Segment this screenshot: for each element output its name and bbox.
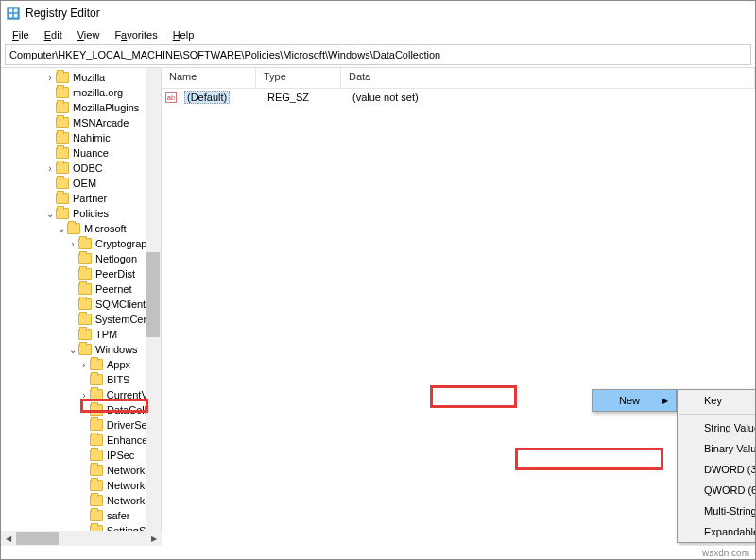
folder-icon (56, 87, 69, 98)
tree-item-mozillaplugins[interactable]: MozillaPlugins (1, 100, 161, 115)
tree-item-label: Partner (73, 193, 107, 204)
scroll-track[interactable] (16, 532, 146, 545)
column-type[interactable]: Type (256, 68, 341, 88)
expand-icon[interactable]: › (78, 360, 90, 370)
tree-item-nahimic[interactable]: Nahimic (1, 130, 161, 145)
context-menu: New ▶ (592, 389, 677, 412)
folder-icon (78, 238, 92, 249)
menu-file[interactable]: File (5, 27, 37, 42)
address-bar[interactable]: Computer\HKEY_LOCAL_MACHINE\SOFTWARE\Pol… (5, 44, 751, 65)
address-path: Computer\HKEY_LOCAL_MACHINE\SOFTWARE\Pol… (9, 49, 440, 60)
tree-item-currentvers[interactable]: ›CurrentVers (1, 387, 161, 402)
tree-item-policies[interactable]: ⌄Policies (1, 206, 161, 221)
value-name: (Default) (184, 91, 230, 104)
tree-item-peernet[interactable]: Peernet (1, 281, 161, 297)
expand-icon[interactable]: › (44, 163, 56, 174)
tree-item-label: SQMClient (95, 298, 146, 310)
tree-item-sqmclient[interactable]: SQMClient (1, 297, 161, 312)
menu-favorites[interactable]: Favorites (107, 27, 164, 42)
tree-item-partner[interactable]: Partner (1, 191, 161, 206)
tree-item-netlogon[interactable]: Netlogon (1, 251, 161, 266)
tree-item-networkpro[interactable]: NetworkPro (1, 493, 161, 508)
tree-item-label: Mozilla (73, 72, 105, 83)
tree-vertical-scrollbar[interactable] (146, 68, 161, 546)
menu-edit[interactable]: Edit (37, 27, 70, 42)
scroll-left-icon[interactable]: ◀ (1, 531, 16, 546)
tree-item-datacollect[interactable]: DataCollect (1, 402, 161, 417)
tree-item-label: Appx (107, 359, 130, 370)
folder-icon (90, 495, 103, 506)
tree-item-label: BITS (107, 374, 129, 385)
folder-icon (90, 404, 103, 416)
svg-rect-4 (14, 14, 18, 18)
folder-icon (56, 178, 69, 189)
string-value-icon: ab (165, 92, 177, 103)
tree-item-systemcertific[interactable]: SystemCertific (1, 312, 161, 327)
tree-item-microsoft[interactable]: ⌄Microsoft (1, 221, 161, 236)
tree-item-nuance[interactable]: Nuance (1, 145, 161, 161)
collapse-icon[interactable]: ⌄ (56, 224, 67, 234)
footer: wsxdn.com (1, 546, 755, 559)
menu-view[interactable]: View (70, 27, 108, 42)
tree[interactable]: ›Mozillamozilla.orgMozillaPluginsMSNArca… (1, 68, 161, 546)
tree-item-label: Nahimic (73, 132, 111, 144)
submenu-binary-value[interactable]: Binary Value (678, 438, 756, 459)
regedit-icon (7, 7, 20, 20)
list-pane: Name Type Data ab (Default) REG_SZ (valu… (162, 68, 755, 546)
folder-icon (56, 72, 69, 83)
scroll-right-icon[interactable]: ▶ (146, 531, 162, 546)
tree-item-label: safer (107, 510, 129, 521)
scrollbar-thumb[interactable] (146, 252, 160, 337)
tree-item-label: Nuance (73, 147, 109, 159)
tree-item-label: Netlogon (95, 253, 137, 264)
expand-icon[interactable]: › (44, 73, 56, 83)
folder-icon (67, 223, 80, 234)
tree-item-cryptography[interactable]: ›Cryptography (1, 236, 161, 251)
tree-item-ipsec[interactable]: IPSec (1, 448, 161, 463)
submenu-string-value[interactable]: String Value (678, 417, 756, 438)
tree-item-networkco[interactable]: NetworkCo (1, 478, 161, 493)
folder-icon (90, 450, 103, 461)
expand-icon[interactable]: › (67, 239, 78, 249)
tree-item-appx[interactable]: ›Appx (1, 357, 161, 372)
folder-icon (56, 162, 69, 174)
tree-item-tpm[interactable]: TPM (1, 327, 161, 342)
tree-pane: ›Mozillamozilla.orgMozillaPluginsMSNArca… (1, 68, 162, 546)
folder-icon (78, 268, 92, 280)
collapse-icon[interactable]: ⌄ (67, 345, 78, 355)
tree-item-oem[interactable]: OEM (1, 176, 161, 191)
tree-item-windows[interactable]: ⌄Windows (1, 342, 161, 357)
main-area: ›Mozillamozilla.orgMozillaPluginsMSNArca… (1, 67, 755, 546)
tree-item-odbc[interactable]: ›ODBC (1, 161, 161, 176)
column-data[interactable]: Data (341, 68, 755, 88)
submenu-expandstring-value[interactable]: Expandable String Value (678, 521, 756, 542)
context-menu-new[interactable]: New ▶ (593, 390, 676, 411)
tree-item-msnarcade[interactable]: MSNArcade (1, 115, 161, 130)
tree-item-network-co[interactable]: Network Co (1, 463, 161, 478)
tree-item-mozilla[interactable]: ›Mozilla (1, 70, 161, 85)
scroll-thumb[interactable] (16, 532, 59, 545)
expand-icon[interactable]: › (78, 390, 90, 400)
folder-icon (90, 419, 103, 431)
tree-item-enhanceds[interactable]: EnhancedS (1, 433, 161, 448)
tree-item-driversearc[interactable]: DriverSearc (1, 417, 161, 433)
tree-horizontal-scrollbar[interactable]: ◀ ▶ (1, 531, 162, 546)
submenu-dword-value[interactable]: DWORD (32-bit) Value (678, 459, 756, 480)
folder-icon (78, 344, 92, 355)
collapse-icon[interactable]: ⌄ (44, 209, 56, 219)
tree-item-label: Policies (73, 208, 109, 219)
column-name[interactable]: Name (162, 68, 256, 88)
tree-item-safer[interactable]: safer (1, 508, 161, 523)
submenu-qword-value[interactable]: QWORD (64-bit) Value (678, 480, 756, 501)
submenu-key[interactable]: Key (678, 390, 756, 411)
tree-item-bits[interactable]: BITS (1, 372, 161, 387)
submenu-arrow-icon: ▶ (662, 397, 668, 405)
list-row[interactable]: ab (Default) REG_SZ (value not set) (162, 89, 755, 106)
folder-icon (90, 389, 103, 400)
folder-icon (78, 298, 92, 310)
tree-item-mozilla-org[interactable]: mozilla.org (1, 85, 161, 100)
folder-icon (56, 117, 69, 128)
submenu-multistring-value[interactable]: Multi-String Value (678, 501, 756, 521)
menu-help[interactable]: Help (165, 27, 202, 42)
tree-item-peerdist[interactable]: PeerDist (1, 266, 161, 281)
